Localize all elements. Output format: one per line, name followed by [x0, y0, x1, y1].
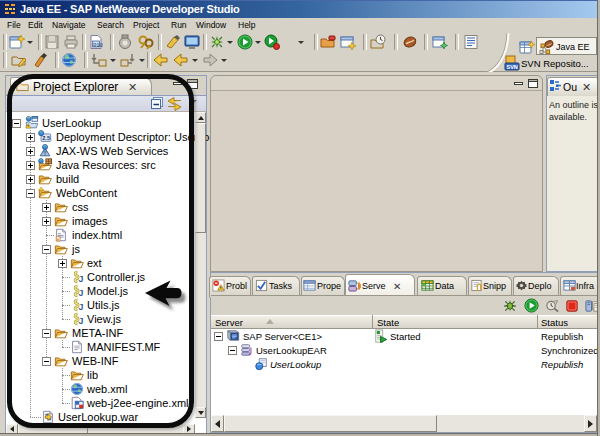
svg-text:010: 010: [93, 42, 103, 49]
svg-text:SVN: SVN: [507, 64, 518, 70]
